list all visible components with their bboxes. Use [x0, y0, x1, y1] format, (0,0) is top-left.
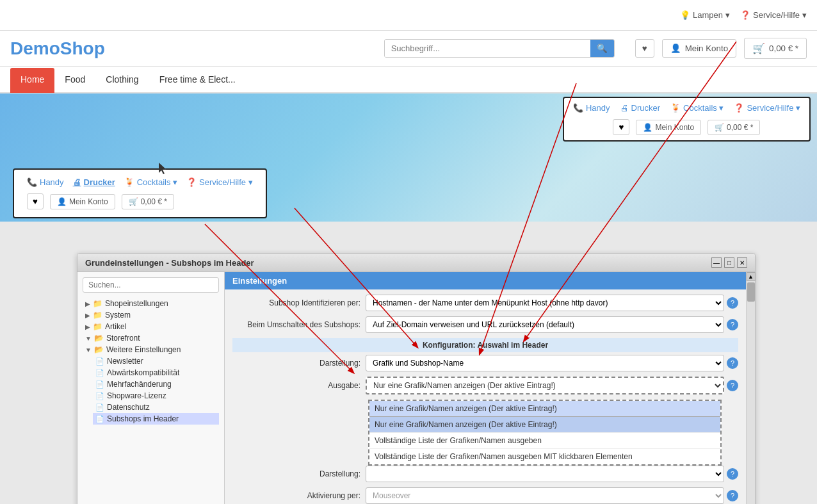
main-account-icon: 👤	[57, 197, 67, 206]
close-button[interactable]: ✕	[737, 257, 747, 268]
main-printer-icon: 🖨	[73, 177, 81, 187]
float-wishlist-button[interactable]: ♥	[613, 119, 629, 135]
wishlist-button[interactable]: ♥	[635, 39, 654, 58]
main-phone-icon: 📞	[27, 177, 37, 187]
account-button[interactable]: 👤 Mein Konto	[662, 39, 736, 58]
maximize-button[interactable]: □	[724, 257, 734, 268]
select-ausgabe[interactable]: Nur eine Grafik/Namen anzeigen (Der akti…	[366, 377, 724, 394]
main-nav-cocktails[interactable]: 🍹 Cocktails ▾	[124, 177, 177, 187]
help-button-ausgabe[interactable]: ?	[727, 380, 738, 391]
main-account-button[interactable]: 👤 Mein Konto	[50, 194, 115, 209]
sidebar-item-storefront[interactable]: ▼ 📂 Storefront	[83, 332, 219, 344]
main-nav-handy[interactable]: 📞 Handy	[27, 177, 64, 187]
float-nav-cocktails[interactable]: 🍹 Cocktails ▾	[670, 103, 724, 113]
main-cocktail-icon: 🍹	[124, 177, 134, 187]
float-nav-service[interactable]: ❓ Service/Hilfe ▾	[734, 103, 800, 113]
main-float-nav: 📞 Handy 🖨 Drucker 🍹 Cocktails ▾ ❓ Servic…	[27, 177, 253, 187]
float-account-icon: 👤	[643, 123, 652, 132]
sidebar-sub-abwaerts[interactable]: 📄 Abwärtskompatibilität	[93, 367, 219, 378]
logo-demo: Demo	[10, 38, 60, 58]
doc-icon-ab: 📄	[95, 369, 104, 377]
help-button-aktivierung[interactable]: ?	[727, 490, 738, 501]
search-button[interactable]: 🔍	[590, 40, 614, 57]
select-subshop-id[interactable]: Hostnamen - der Name unter dem Menüpunkt…	[366, 295, 724, 311]
select-umschalten[interactable]: Auf Ziel-Domain verweisen und URL zurück…	[366, 316, 724, 333]
admin-title: Grundeinstellungen - Subshops im Header	[85, 258, 254, 268]
service-question-icon: ❓	[740, 10, 750, 20]
nav-item-free-time[interactable]: Free time & Elect...	[149, 68, 246, 93]
sidebar-item-weitere[interactable]: ▼ 📂 Weitere Einstellungen	[83, 344, 219, 355]
control-darstellung1: Grafik und Subshop-Name ?	[366, 355, 738, 371]
content-section: Subshop Identifizieren per: Hostnamen - …	[225, 289, 746, 504]
select-darstellung2[interactable]	[366, 466, 724, 482]
control-subshop-id: Hostnamen - der Name unter dem Menüpunkt…	[366, 295, 738, 311]
sidebar-sub-mehrfach[interactable]: 📄 Mehrfachänderung	[93, 378, 219, 390]
select-darstellung1[interactable]: Grafik und Subshop-Name	[366, 355, 724, 371]
expand-icon: ▶	[85, 300, 90, 307]
top-bar: 💡 Lampen ▾ ❓ Service/Hilfe ▾	[0, 0, 817, 31]
main-nav-drucker[interactable]: 🖨 Drucker	[73, 177, 115, 187]
dropdown-option-2[interactable]: Vollständige Liste der Grafiken/Namen au…	[369, 433, 720, 449]
select-aktivierung[interactable]: Mouseover	[366, 487, 724, 504]
main-nav-service[interactable]: ❓ Service/Hilfe ▾	[186, 177, 253, 187]
logo-shop: Shop	[60, 38, 105, 58]
label-darstellung1: Darstellung:	[232, 359, 360, 368]
admin-scrollbar: ▲ ▼	[746, 272, 755, 504]
float-account-button[interactable]: 👤 Mein Konto	[636, 120, 701, 135]
nav-item-home[interactable]: Home	[10, 68, 54, 93]
cart-button[interactable]: 🛒 0,00 € *	[744, 38, 807, 59]
cocktail-icon: 🍹	[670, 103, 681, 113]
main-wishlist-button[interactable]: ♥	[27, 193, 44, 209]
dropdown-option-highlighted[interactable]: Nur eine Grafik/Namen anzeigen (Der akti…	[369, 417, 720, 433]
float-cart-button[interactable]: 🛒 0,00 € *	[708, 120, 760, 135]
help-button-darstellung2[interactable]: ?	[727, 468, 738, 480]
control-aktivierung: Mouseover ?	[366, 487, 738, 504]
lampen-label: Lampen	[693, 10, 723, 20]
scroll-up-button[interactable]: ▲	[747, 272, 756, 281]
floating-main-box: 📞 Handy 🖨 Drucker 🍹 Cocktails ▾ ❓ Servic…	[13, 168, 267, 218]
float-nav-top: 📞 Handy 🖨 Drucker 🍹 Cocktails ▾ ❓ Servic…	[573, 103, 800, 113]
sidebar-item-system[interactable]: ▶ 📁 System	[83, 309, 219, 321]
sidebar-sub-weitere: 📄 Newsletter 📄 Abwärtskompatibilität 📄 M…	[83, 355, 219, 425]
search-input[interactable]	[385, 40, 590, 57]
doc-icon-ds: 📄	[95, 403, 104, 412]
label-umschalten: Beim Umschalten des Subshops:	[232, 320, 360, 329]
main-cart-button[interactable]: 🛒 0,00 € *	[122, 194, 174, 209]
main-cart-icon: 🛒	[129, 197, 138, 206]
help-button-subshop-id[interactable]: ?	[727, 297, 738, 309]
float-cart-icon: 🛒	[715, 123, 724, 132]
label-subshop-id: Subshop Identifizieren per:	[232, 298, 360, 307]
sidebar-search-input[interactable]	[83, 277, 219, 293]
label-darstellung2: Darstellung:	[232, 469, 360, 478]
dropdown-option-3[interactable]: Vollständige Liste der Grafiken/Namen au…	[369, 449, 720, 464]
control-darstellung2: ?	[366, 466, 738, 482]
main-float-actions: ♥ 👤 Mein Konto 🛒 0,00 € *	[27, 193, 253, 209]
sidebar-item-artikel[interactable]: ▶ 📁 Artikel	[83, 321, 219, 332]
service-label: Service/Hilfe	[753, 10, 800, 20]
service-hilfe-link[interactable]: ❓ Service/Hilfe ▾	[740, 10, 807, 20]
scroll-thumb[interactable]	[747, 282, 755, 302]
main-question-icon: ❓	[186, 177, 197, 187]
cart-icon: 🛒	[752, 42, 765, 54]
dropdown-option-active[interactable]: Nur eine Grafik/Namen anzeigen (Der akti…	[369, 401, 720, 417]
minimize-button[interactable]: —	[711, 257, 722, 268]
folder-icon-art: 📁	[93, 322, 102, 331]
expand-icon-sys: ▶	[85, 312, 90, 319]
sidebar-sub-lizenz[interactable]: 📄 Shopware-Lizenz	[93, 390, 219, 402]
printer-icon: 🖨	[620, 103, 629, 113]
help-button-darstellung1[interactable]: ?	[727, 357, 738, 369]
float-nav-drucker[interactable]: 🖨 Drucker	[620, 103, 661, 113]
float-nav-handy[interactable]: 📞 Handy	[573, 103, 610, 113]
help-button-umschalten[interactable]: ?	[727, 319, 738, 330]
folder-icon-sys: 📁	[93, 311, 102, 320]
sidebar-sub-subshops[interactable]: 📄 Subshops im Header	[93, 413, 219, 425]
admin-main-content: Einstellungen Subshop Identifizieren per…	[225, 272, 746, 504]
sidebar-item-shopeinstellungen[interactable]: ▶ 📁 Shopeinstellungen	[83, 298, 219, 309]
folder-icon: 📁	[93, 299, 102, 308]
float-question-icon: ❓	[734, 103, 744, 113]
nav-item-clothing[interactable]: Clothing	[95, 68, 149, 93]
nav-item-food[interactable]: Food	[54, 68, 95, 93]
lampen-link[interactable]: 💡 Lampen ▾	[680, 10, 730, 20]
sidebar-sub-newsletter[interactable]: 📄 Newsletter	[93, 355, 219, 367]
sidebar-sub-datenschutz[interactable]: 📄 Datenschutz	[93, 402, 219, 413]
